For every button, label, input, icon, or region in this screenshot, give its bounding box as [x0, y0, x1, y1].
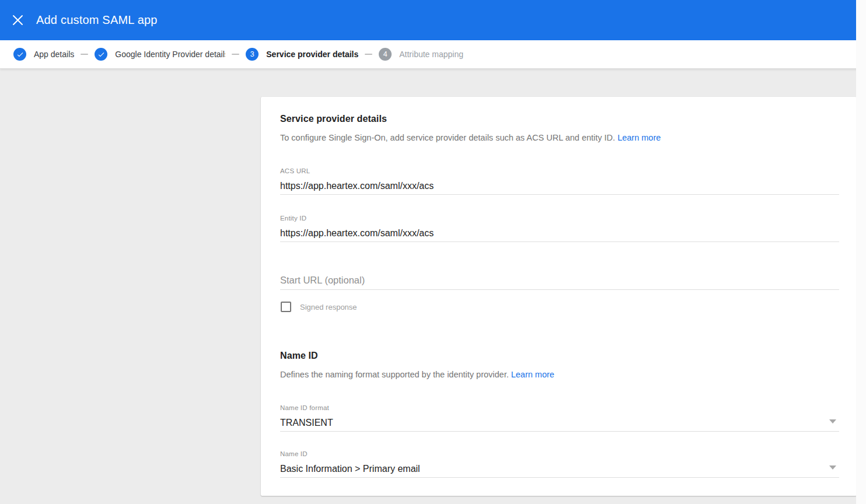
scrollbar[interactable] [856, 0, 866, 504]
acs-url-input[interactable] [280, 180, 839, 195]
dialog-title: Add custom SAML app [36, 13, 158, 27]
step-3-number: 3 [250, 50, 254, 58]
entity-id-label: Entity ID [280, 214, 839, 222]
dropdown-arrow-icon [829, 466, 836, 470]
name-id-format-select[interactable]: Name ID format TRANSIENT [280, 404, 839, 432]
step-connector [232, 54, 239, 55]
content-area: Service provider details To configure Si… [0, 69, 866, 504]
step-4-number-circle: 4 [379, 48, 392, 61]
name-id-select[interactable]: Name ID Basic Information > Primary emai… [280, 450, 839, 478]
start-url-input[interactable] [280, 274, 839, 290]
checkmark-icon [97, 51, 105, 58]
step-attribute-mapping[interactable]: 4 Attribute mapping [379, 48, 463, 61]
signed-response-checkbox[interactable] [281, 302, 291, 312]
step-4-number: 4 [383, 50, 387, 58]
acs-url-field: ACS URL [280, 167, 839, 195]
close-icon [12, 15, 23, 26]
step-2-check-circle [95, 48, 107, 61]
checkmark-icon [16, 51, 24, 58]
section-title-service-provider: Service provider details [280, 113, 839, 125]
name-id-format-label: Name ID format [280, 404, 839, 412]
close-button[interactable] [6, 9, 29, 32]
service-provider-card: Service provider details To configure Si… [261, 97, 857, 496]
learn-more-link[interactable]: Learn more [617, 133, 661, 142]
step-connector [365, 54, 372, 55]
signed-response-label: Signed response [300, 303, 357, 312]
step-1-check-circle [13, 48, 26, 61]
section-description-service-provider: To configure Single Sign-On, add service… [280, 132, 839, 144]
step-1-label: App details [34, 50, 74, 59]
wizard-stepper: App details Google Identity Provider det… [0, 40, 866, 69]
section-description-name-id: Defines the naming format supported by t… [280, 369, 839, 380]
signed-response-row: Signed response [280, 301, 839, 313]
step-app-details[interactable]: App details [13, 48, 74, 61]
step-2-label: Google Identity Provider details [115, 50, 225, 59]
name-id-format-value: TRANSIENT [280, 416, 839, 432]
step-3-number-circle: 3 [246, 48, 259, 61]
step-3-label: Service provider details [266, 50, 358, 59]
step-google-idp-details[interactable]: Google Identity Provider details [95, 48, 225, 61]
start-url-field [280, 274, 839, 290]
description-text: Defines the naming format supported by t… [280, 370, 509, 379]
name-id-label: Name ID [280, 450, 839, 458]
dialog-header: Add custom SAML app [0, 0, 866, 40]
section-title-name-id: Name ID [280, 349, 839, 362]
learn-more-link[interactable]: Learn more [511, 370, 554, 379]
entity-id-input[interactable] [280, 227, 839, 242]
name-id-value: Basic Information > Primary email [280, 463, 839, 478]
description-text: To configure Single Sign-On, add service… [280, 133, 615, 142]
step-connector [81, 54, 88, 55]
step-4-label: Attribute mapping [399, 50, 463, 59]
step-service-provider-details[interactable]: 3 Service provider details [246, 48, 358, 61]
acs-url-label: ACS URL [280, 167, 839, 175]
entity-id-field: Entity ID [280, 214, 839, 242]
dropdown-arrow-icon [829, 419, 836, 424]
